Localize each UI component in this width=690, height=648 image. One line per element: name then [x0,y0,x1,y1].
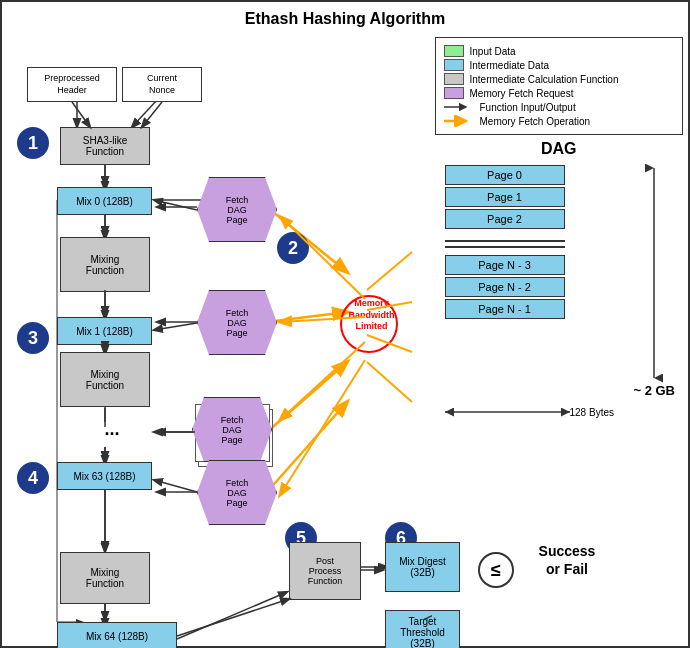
dag-page-1: Page 1 [445,187,565,207]
svg-line-45 [154,480,197,492]
legend-input-color [444,45,464,57]
mix0: Mix 0 (128B) [57,187,152,215]
dag-size-indicator: ~ 2 GB [630,163,678,398]
mix64: Mix 64 (128B) [57,622,177,648]
preprocessed-header: Preprocessed Header [27,67,117,102]
dag-page-n1: Page N - 1 [445,299,565,319]
circle-3: 3 [17,322,49,354]
svg-line-27 [72,102,90,127]
dag-page-n2: Page N - 2 [445,277,565,297]
legend-calc-function: Intermediate Calculation Function [444,73,675,85]
legend-black-arrow [444,101,474,113]
post-process: Post Process Function [289,542,361,600]
page-title: Ethash Hashing Algorithm [2,2,688,32]
legend-intermediate-color [444,59,464,71]
svg-line-28 [142,102,162,127]
mixing-function-2: Mixing Function [60,352,150,407]
legend-orange-arrow [444,115,474,127]
sha3-function: SHA3-like Function [60,127,150,165]
legend-intermediate-data: Intermediate Data [444,59,675,71]
dag-size-label: ~ 2 GB [633,383,675,398]
dag-title: DAG [435,140,684,158]
dag-bytes-label: 128 Bytes [570,407,614,418]
fetch-dag-2: Fetch DAG Page [197,290,277,355]
legend: Input Data Intermediate Data Intermediat… [435,37,684,135]
legend-input-data: Input Data [444,45,675,57]
svg-line-1 [132,100,157,127]
legend-calc-color [444,73,464,85]
svg-line-20 [267,312,347,322]
fetch-dag-4: Fetch DAG Page [197,460,277,525]
legend-function-io: Function Input/Output [444,101,675,113]
svg-line-53 [367,362,412,402]
fetch-dag-1: Fetch DAG Page [197,177,277,242]
circle-2: 2 [277,232,309,264]
svg-line-14 [177,592,287,639]
mixing-function-3: Mixing Function [60,552,150,604]
main-container: Ethash Hashing Algorithm [0,0,690,648]
svg-line-43 [154,323,197,330]
dag-pages-list: Page 0 Page 1 Page 2 [440,163,631,398]
svg-line-21 [267,362,347,432]
svg-line-49 [280,360,365,495]
svg-line-37 [177,599,289,636]
dag-section: DAG Page 0 Page 1 Page 2 [435,140,684,422]
mix63: Mix 63 (128B) [57,462,152,490]
dag-bytes-indicator: 128 Bytes [440,402,679,422]
legend-memory-fetch: Memory Fetch Request [444,87,675,99]
right-panel: Input Data Intermediate Data Intermediat… [430,32,689,641]
circle-4: 4 [17,462,49,494]
flow-area: 1 Preprocessed Header Current Nonce SHA3… [2,32,430,641]
memory-bandwidth-label: Memory Bandwidth Limited [337,292,402,357]
dag-page-n3: Page N - 3 [445,255,565,275]
svg-line-42 [154,200,197,210]
dag-page-2: Page 2 [445,209,565,229]
legend-memory-op: Memory Fetch Operation [444,115,675,127]
svg-line-22 [267,402,347,492]
svg-line-50 [367,252,412,290]
legend-memory-color [444,87,464,99]
mix1: Mix 1 (128B) [57,317,152,345]
mixing-function-1: Mixing Function [60,237,150,292]
dag-page-0: Page 0 [445,165,565,185]
content-area: 1 Preprocessed Header Current Nonce SHA3… [2,32,688,641]
dag-gap [440,231,631,253]
current-nonce: Current Nonce [122,67,202,102]
dots: ··· [97,422,127,447]
circle-1: 1 [17,127,49,159]
